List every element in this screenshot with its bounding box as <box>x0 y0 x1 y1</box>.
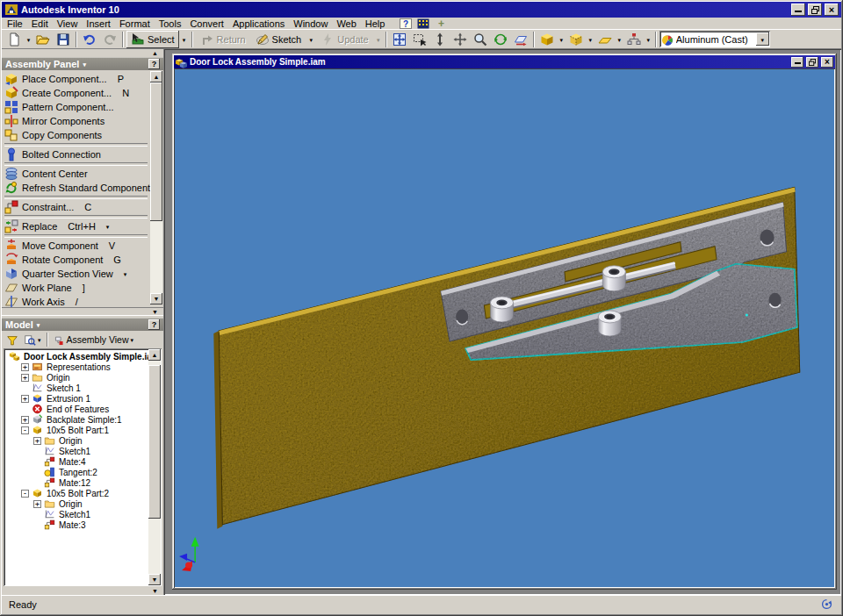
expand-icon[interactable]: + <box>33 500 41 508</box>
tree-node-10x5-bolt-part-2[interactable]: -10x5 Bolt Part:2 <box>7 488 147 498</box>
model-panel-header[interactable]: Model ▾ ? <box>2 318 163 331</box>
menu-web[interactable]: Web <box>332 18 360 29</box>
scroll-thumb[interactable] <box>148 365 161 519</box>
open-button[interactable] <box>33 31 53 48</box>
find-button[interactable]: ▾ <box>22 332 43 347</box>
assembly-panel-item-copy-components[interactable]: Copy Components <box>4 128 148 142</box>
look-at-button[interactable] <box>511 31 530 48</box>
panel-scroll-up[interactable]: ▲ <box>2 49 163 57</box>
assembly-panel-item-rotate-component[interactable]: Rotate ComponentG <box>4 253 148 267</box>
expand-icon[interactable]: + <box>33 437 41 445</box>
model-panel-help-button[interactable]: ? <box>148 319 160 330</box>
help-topics-button[interactable]: ? <box>398 18 414 29</box>
viewport-3d[interactable] <box>174 68 835 588</box>
document-title-bar[interactable]: Door Lock Assembly Simple.iam × <box>174 55 835 68</box>
scroll-up-button[interactable]: ▲ <box>148 349 161 361</box>
assembly-panel-help-button[interactable]: ? <box>148 59 160 69</box>
close-button[interactable]: × <box>825 4 839 16</box>
expand-icon[interactable]: + <box>21 395 29 403</box>
scroll-track[interactable] <box>150 82 162 293</box>
panel-scroll-down[interactable]: ▼ <box>2 307 163 315</box>
analysis-button[interactable] <box>624 31 644 48</box>
tree-node-door-lock-assembly-simple-iam[interactable]: Door Lock Assembly Simple.iam <box>7 351 147 362</box>
analysis-dropdown[interactable]: ▾ <box>645 31 652 48</box>
menu-edit[interactable]: Edit <box>27 18 53 29</box>
assembly-panel-scrollbar[interactable]: ▲ ▼ <box>150 71 162 304</box>
expand-icon[interactable]: + <box>21 363 29 371</box>
document-close-button[interactable]: × <box>821 57 833 68</box>
filter-button[interactable] <box>4 332 20 347</box>
zoom-select-button[interactable] <box>471 31 490 48</box>
menu-tools[interactable]: Tools <box>155 18 186 29</box>
new-dropdown[interactable]: ▾ <box>25 31 32 48</box>
scroll-down-button[interactable]: ▼ <box>148 574 161 585</box>
document-restore-button[interactable] <box>806 57 818 68</box>
assembly-panel-header[interactable]: Assembly Panel ▾ ? <box>2 57 163 70</box>
menu-convert[interactable]: Convert <box>185 18 228 29</box>
hidden-edge-display-button[interactable] <box>566 31 586 48</box>
expand-icon[interactable]: + <box>21 416 29 424</box>
update-dropdown[interactable]: ▾ <box>374 31 383 48</box>
new-button[interactable] <box>4 31 24 48</box>
assembly-panel-item-create-component[interactable]: Create Component...N <box>4 86 148 100</box>
tree-node-representations[interactable]: +Representations <box>7 362 147 372</box>
zoom-button[interactable] <box>430 31 450 48</box>
collapse-icon[interactable]: - <box>21 426 29 434</box>
scroll-thumb[interactable] <box>150 82 162 221</box>
tree-node-backplate-simple-1[interactable]: +Backplate Simple:1 <box>7 414 147 425</box>
tree-node-end-of-features[interactable]: End of Features <box>7 404 147 414</box>
bolt-part-1[interactable] <box>490 297 513 322</box>
hidden-edge-display-dropdown[interactable]: ▾ <box>587 31 594 48</box>
update-button[interactable]: Update <box>316 31 372 48</box>
whats-new-button[interactable] <box>415 18 431 29</box>
collapse-icon[interactable]: - <box>21 490 29 498</box>
pan-button[interactable] <box>450 31 470 48</box>
tree-node-origin[interactable]: +Origin <box>7 372 147 383</box>
tree-node-origin[interactable]: +Origin <box>7 435 147 446</box>
tree-node-sketch1[interactable]: Sketch1 <box>7 509 147 519</box>
sketch-button[interactable]: Sketch <box>251 31 306 48</box>
assembly-panel-item-bolted-connection[interactable]: Bolted Connection <box>4 147 148 161</box>
assembly-panel-item-place-component[interactable]: Place Component...P <box>4 72 148 86</box>
tree-node-tangent-2[interactable]: Tangent:2 <box>7 467 147 477</box>
assembly-panel-item-content-center[interactable]: Content Center <box>4 167 148 181</box>
bolt-part-3[interactable] <box>598 311 621 336</box>
view-selector[interactable]: Assembly View ▾ <box>52 332 136 347</box>
menu-window[interactable]: Window <box>289 18 332 29</box>
sketch-dropdown[interactable]: ▾ <box>306 31 315 48</box>
assembly-panel-item-work-plane[interactable]: Work Plane] <box>4 281 148 295</box>
model-tree-scrollbar[interactable]: ▲ ▼ <box>148 349 161 585</box>
assembly-panel-item-pattern-component[interactable]: Pattern Component... <box>4 100 148 114</box>
assembly-panel-item-quarter-section-view[interactable]: Quarter Section View▾ <box>4 267 148 281</box>
rotate-button[interactable] <box>491 31 510 48</box>
scroll-down-button[interactable]: ▼ <box>150 293 162 304</box>
scroll-track[interactable] <box>148 361 161 574</box>
assembly-panel-item-constraint[interactable]: Constraint...C <box>4 200 148 214</box>
menu-insert[interactable]: Insert <box>82 18 115 29</box>
menu-view[interactable]: View <box>53 18 83 29</box>
ground-shadow-button[interactable] <box>595 31 615 48</box>
save-button[interactable] <box>54 31 73 48</box>
assembly-panel-item-replace[interactable]: ReplaceCtrl+H▾ <box>4 219 148 233</box>
menu-file[interactable]: File <box>3 18 27 29</box>
assembly-panel-item-refresh-standard-components[interactable]: Refresh Standard Components <box>4 181 148 195</box>
ground-shadow-dropdown[interactable]: ▾ <box>616 31 623 48</box>
assembly-panel-item-mirror-components[interactable]: Mirror Components <box>4 114 148 128</box>
dock-scroll-down[interactable]: ▼ <box>2 588 163 595</box>
tree-node-extrusion-1[interactable]: +Extrusion 1 <box>7 393 147 404</box>
zoom-window-button[interactable] <box>410 31 429 48</box>
menu-help[interactable]: Help <box>361 18 390 29</box>
assembly-panel-item-work-axis[interactable]: Work Axis/ <box>4 295 148 307</box>
select-dropdown[interactable]: ▾ <box>180 31 189 48</box>
bolt-part-2[interactable] <box>602 266 625 291</box>
tree-node-mate-4[interactable]: Mate:4 <box>7 456 147 467</box>
undo-button[interactable] <box>80 31 99 48</box>
tree-node-mate-12[interactable]: Mate:12 <box>7 477 147 488</box>
tree-node-mate-3[interactable]: Mate:3 <box>7 519 147 530</box>
select-button[interactable]: Select <box>126 31 179 48</box>
minimize-button[interactable] <box>791 4 805 16</box>
material-dropdown[interactable]: ▾ <box>756 32 769 46</box>
expand-icon[interactable]: + <box>21 374 29 382</box>
document-minimize-button[interactable] <box>791 57 803 68</box>
restore-button[interactable] <box>808 4 822 16</box>
